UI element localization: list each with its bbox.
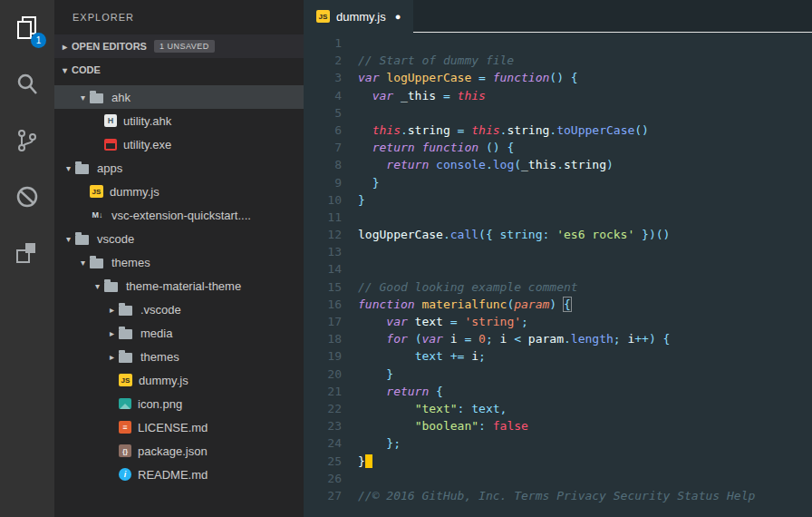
tree-folder-vscode[interactable]: ▾vscode <box>54 227 304 250</box>
code-line-12[interactable]: logUpperCase.call({ string: 'es6 rocks' … <box>358 226 812 243</box>
debug-icon[interactable] <box>0 169 54 225</box>
code-editor[interactable]: 1234567891011121314151617181920212223242… <box>304 33 812 517</box>
tree-folder-themes[interactable]: ▸themes <box>54 345 304 368</box>
code-line-24[interactable]: }; <box>358 434 812 452</box>
code-line-13[interactable] <box>358 243 812 260</box>
line-number: 10 <box>304 191 342 209</box>
code-line-4[interactable]: var _this = this <box>358 87 812 104</box>
tree-item-label: package.json <box>138 444 208 458</box>
line-number: 24 <box>304 434 342 452</box>
tree-folder-apps[interactable]: ▾apps <box>54 156 304 180</box>
code-line-1[interactable] <box>358 34 812 52</box>
explorer-badge: 1 <box>31 33 46 48</box>
line-number: 6 <box>304 122 342 139</box>
tree-file-dummy.js[interactable]: JSdummy.js <box>54 368 304 392</box>
tree-item-label: dummy.js <box>110 185 160 199</box>
line-number: 26 <box>304 470 342 487</box>
tree-file-dummy.js[interactable]: JSdummy.js <box>54 180 304 203</box>
chevron-right-icon: ▸ <box>105 305 119 315</box>
folder-open-icon <box>90 93 103 103</box>
code-line-26[interactable] <box>358 470 812 487</box>
folder-closed-icon <box>119 353 132 363</box>
code-line-10[interactable]: } <box>358 191 812 209</box>
line-number: 7 <box>304 139 342 156</box>
code-line-25[interactable]: } <box>358 453 812 470</box>
line-number: 17 <box>304 313 342 330</box>
code-content[interactable]: // Start of dummy filevar logUpperCase =… <box>342 34 812 517</box>
code-line-16[interactable]: function materialfunc(param) { <box>358 296 812 313</box>
code-line-7[interactable]: return function () { <box>358 139 812 156</box>
code-line-14[interactable] <box>358 260 812 278</box>
code-line-18[interactable]: for (var i = 0; i < param.length; i++) { <box>358 330 812 347</box>
extensions-icon[interactable] <box>0 225 54 281</box>
source-control-icon[interactable] <box>0 112 54 169</box>
code-line-27[interactable]: //© 2016 GitHub, Inc. Terms Privacy Secu… <box>358 487 812 504</box>
tree-item-label: ahk <box>111 91 130 104</box>
folder-open-icon <box>75 235 89 245</box>
tree-file-LICENSE.md[interactable]: ≡LICENSE.md <box>54 415 304 439</box>
line-number: 8 <box>304 156 342 173</box>
explorer-icon[interactable]: 1 <box>0 0 54 56</box>
code-line-9[interactable]: } <box>358 174 812 191</box>
tree-folder-theme-material-theme[interactable]: ▾theme-material-theme <box>54 274 304 298</box>
code-line-5[interactable] <box>358 104 812 122</box>
code-line-23[interactable]: "boolean": false <box>358 417 812 434</box>
line-number: 14 <box>304 260 342 278</box>
code-line-19[interactable]: text += i; <box>358 347 812 365</box>
chevron-right-icon: ▸ <box>105 352 119 362</box>
open-editors-header[interactable]: ▸ OPEN EDITORS 1 UNSAVED <box>54 34 304 58</box>
tree-file-README.md[interactable]: iREADME.md <box>54 463 304 486</box>
code-line-20[interactable]: } <box>358 366 812 383</box>
tree-item-label: utility.exe <box>123 138 171 151</box>
vscode-window: 1 EXPLORER ▸ OPEN EDITORS 1 UNSAVED ▾ CO… <box>0 0 812 517</box>
code-line-11[interactable] <box>358 209 812 226</box>
tree-item-label: apps <box>97 161 122 175</box>
line-number: 11 <box>304 209 342 226</box>
tree-item-label: vsc-extension-quickstart.... <box>111 209 251 222</box>
open-editors-label: OPEN EDITORS <box>72 41 147 52</box>
tree-item-label: .vscode <box>140 303 181 317</box>
tree-file-vsc-extension-quickstart....[interactable]: M↓vsc-extension-quickstart.... <box>54 203 304 227</box>
tree-folder-media[interactable]: ▸media <box>54 321 304 345</box>
code-line-6[interactable]: this.string = this.string.toUpperCase() <box>358 122 812 139</box>
search-icon[interactable] <box>0 56 54 112</box>
line-number: 22 <box>304 400 342 417</box>
activity-bar: 1 <box>0 0 54 517</box>
line-number: 16 <box>304 296 342 313</box>
line-number: 12 <box>304 226 342 243</box>
tree-file-icon.png[interactable]: icon.png <box>54 392 304 415</box>
line-number: 5 <box>304 104 342 122</box>
file-json-icon: {} <box>119 444 131 457</box>
tab-dummy-js[interactable]: JS dummy.js ● <box>304 0 413 33</box>
code-line-3[interactable]: var logUpperCase = function() { <box>358 69 812 86</box>
code-line-2[interactable]: // Start of dummy file <box>358 52 812 69</box>
file-tree: ▾ahkHutility.ahkutility.exe▾appsJSdummy.… <box>54 82 304 486</box>
tree-item-label: utility.ahk <box>123 114 171 128</box>
file-js-icon: JS <box>119 374 132 386</box>
tree-file-utility.exe[interactable]: utility.exe <box>54 132 304 156</box>
code-section-header[interactable]: ▾ CODE <box>54 58 304 82</box>
line-number: 19 <box>304 347 342 365</box>
tree-file-utility.ahk[interactable]: Hutility.ahk <box>54 109 304 132</box>
code-line-17[interactable]: var text = 'string'; <box>358 313 812 330</box>
js-file-icon: JS <box>316 10 330 23</box>
code-line-21[interactable]: return { <box>358 383 812 400</box>
line-number: 3 <box>304 69 342 86</box>
tree-folder-.vscode[interactable]: ▸.vscode <box>54 298 304 321</box>
file-info-icon: i <box>119 468 131 481</box>
file-md-icon: M↓ <box>90 208 105 222</box>
tree-folder-ahk[interactable]: ▾ahk <box>54 85 304 109</box>
tree-item-label: icon.png <box>138 397 182 411</box>
explorer-sidebar: EXPLORER ▸ OPEN EDITORS 1 UNSAVED ▾ CODE… <box>54 0 304 517</box>
file-js-icon: JS <box>90 185 103 198</box>
code-line-8[interactable]: return console.log(_this.string) <box>358 156 812 173</box>
code-line-22[interactable]: "text": text, <box>358 400 812 417</box>
tree-item-label: README.md <box>138 468 208 482</box>
editor-group: JS dummy.js ● 12345678910111213141516171… <box>304 0 812 517</box>
code-line-15[interactable]: // Good looking example comment <box>358 278 812 296</box>
line-number: 4 <box>304 87 342 104</box>
tree-file-package.json[interactable]: {}package.json <box>54 439 304 463</box>
tree-folder-themes[interactable]: ▾themes <box>54 250 304 274</box>
tab-strip-space <box>413 0 812 33</box>
dirty-indicator-icon[interactable]: ● <box>395 11 401 22</box>
